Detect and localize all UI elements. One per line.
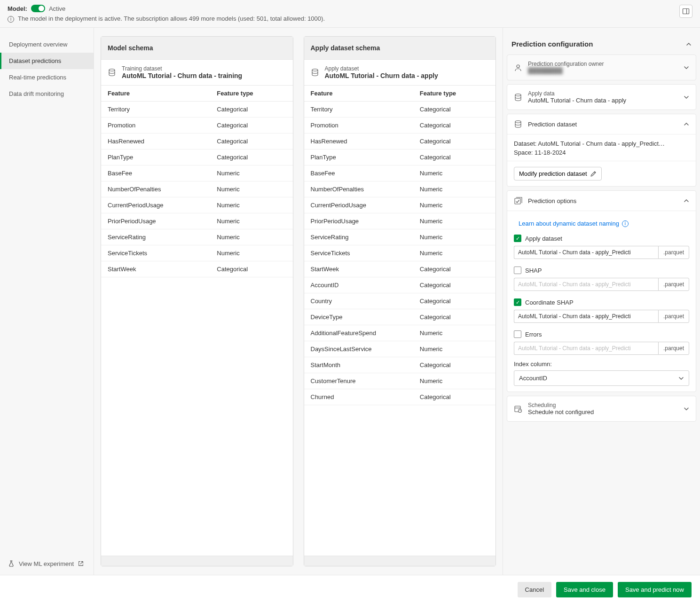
external-link-icon [78, 560, 84, 567]
option-row: SHAP [514, 265, 689, 276]
modify-button-label: Modify prediction dataset [519, 170, 587, 177]
apply-schema-header-feature: Feature [304, 86, 413, 101]
table-row: ServiceTicketsNumeric [101, 245, 293, 261]
chevron-up-icon [684, 198, 689, 204]
option-row: Errors [514, 329, 689, 340]
table-row: PlanTypeCategorical [304, 149, 496, 165]
feature-cell: Territory [304, 102, 413, 117]
calendar-icon [514, 405, 522, 413]
feature-cell: PriorPeriodUsage [101, 213, 210, 229]
sidebar-item-deployment-overview[interactable]: Deployment overview [0, 36, 94, 53]
view-ml-experiment-label: View ML experiment [19, 560, 74, 567]
model-schema-header-type: Feature type [210, 86, 292, 101]
index-column-label: Index column: [514, 361, 689, 368]
feature-cell: Country [304, 293, 413, 309]
option-extension: .parquet [658, 246, 689, 259]
feature-cell: BaseFee [304, 165, 413, 181]
model-label: Model: [8, 5, 27, 12]
type-cell: Numeric [413, 229, 496, 245]
feature-cell: Territory [101, 102, 210, 117]
option-extension: .parquet [658, 310, 689, 323]
option-label: Coordinate SHAP [525, 299, 574, 306]
option-checkbox[interactable] [514, 298, 521, 306]
index-column-select[interactable]: AccountID [514, 370, 689, 386]
type-cell: Numeric [210, 197, 292, 213]
model-info-text: The model in the deployment is active. T… [18, 15, 325, 22]
option-label: Apply dataset [525, 235, 562, 242]
cancel-button[interactable]: Cancel [518, 582, 551, 597]
type-cell: Categorical [413, 102, 496, 117]
option-filename-input [514, 342, 658, 355]
info-icon: i [8, 16, 14, 23]
option-filename-input[interactable] [514, 310, 658, 323]
owner-section[interactable]: Prediction configuration owner ████████ [507, 55, 696, 80]
training-dataset-name: AutoML Tutorial - Churn data - training [122, 72, 242, 79]
type-cell: Numeric [210, 245, 292, 261]
prediction-options-label: Prediction options [528, 197, 678, 204]
type-cell: Categorical [210, 261, 292, 277]
feature-cell: CurrentPeriodUsage [304, 197, 413, 213]
owner-label: Prediction configuration owner [528, 61, 678, 67]
prediction-options-section: Prediction options Learn about dynamic d… [507, 190, 696, 392]
prediction-dataset-header[interactable]: Prediction dataset [507, 114, 696, 134]
sidebar-item-data-drift-monitoring[interactable]: Data drift monitoring [0, 86, 94, 102]
feature-cell: PriorPeriodUsage [304, 213, 413, 229]
option-extension: .parquet [658, 342, 689, 355]
save-and-close-button[interactable]: Save and close [556, 582, 613, 597]
type-cell: Categorical [413, 261, 496, 277]
type-cell: Categorical [413, 293, 496, 309]
model-active-toggle[interactable] [31, 5, 45, 12]
svg-point-4 [517, 65, 519, 68]
space-line: Space: 11-18-2024 [514, 149, 689, 156]
option-filename-input[interactable] [514, 246, 658, 259]
feature-cell: Promotion [304, 118, 413, 133]
scheduling-section[interactable]: Scheduling Schedule not configured [507, 396, 696, 422]
view-ml-experiment-link[interactable]: View ML experiment [0, 552, 94, 575]
svg-point-2 [109, 69, 115, 71]
table-row: ServiceRatingNumeric [304, 229, 496, 245]
table-row: PromotionCategorical [101, 118, 293, 133]
save-and-predict-button[interactable]: Save and predict now [618, 582, 692, 597]
sidebar: Deployment overviewDataset predictionsRe… [0, 28, 94, 575]
feature-cell: AdditionalFeatureSpend [304, 325, 413, 341]
feature-cell: HasRenewed [101, 133, 210, 149]
sidebar-item-dataset-predictions[interactable]: Dataset predictions [0, 53, 94, 69]
type-cell: Numeric [413, 165, 496, 181]
apply-data-section[interactable]: Apply data AutoML Tutorial - Churn data … [507, 84, 696, 110]
prediction-options-header[interactable]: Prediction options [507, 191, 696, 211]
database-icon [514, 120, 522, 128]
learn-link-label: Learn about dynamic dataset naming [519, 220, 619, 227]
feature-cell: DaysSinceLastService [304, 341, 413, 357]
feature-cell: BaseFee [101, 165, 210, 181]
chevron-up-icon[interactable] [686, 41, 692, 47]
table-row: AccountIDCategorical [304, 277, 496, 293]
database-icon [108, 68, 116, 77]
table-row: PlanTypeCategorical [101, 149, 293, 165]
feature-cell: NumberOfPenalties [304, 181, 413, 197]
toggle-panel-button[interactable] [679, 5, 692, 18]
sidebar-item-real-time-predictions[interactable]: Real-time predictions [0, 69, 94, 86]
option-checkbox[interactable] [514, 330, 521, 338]
table-row: ChurnedCategorical [304, 389, 496, 405]
config-title: Prediction configuration [511, 40, 593, 48]
table-row: TerritoryCategorical [304, 102, 496, 118]
feature-cell: CurrentPeriodUsage [101, 197, 210, 213]
svg-point-5 [515, 94, 521, 95]
owner-value: ████████ [528, 67, 678, 74]
apply-schema-title: Apply dataset schema [304, 37, 496, 60]
feature-cell: Promotion [101, 118, 210, 133]
type-cell: Categorical [413, 149, 496, 165]
apply-dataset-label: Apply dataset [325, 65, 438, 72]
learn-link[interactable]: Learn about dynamic dataset naming i [514, 217, 689, 233]
scheduling-value: Schedule not configured [528, 408, 678, 416]
type-cell: Numeric [413, 245, 496, 261]
model-schema-title: Model schema [101, 37, 293, 60]
feature-cell: ServiceTickets [304, 245, 413, 261]
option-checkbox[interactable] [514, 267, 521, 274]
table-row: BaseFeeNumeric [304, 165, 496, 181]
table-row: HasRenewedCategorical [304, 133, 496, 149]
modify-prediction-dataset-button[interactable]: Modify prediction dataset [514, 167, 602, 180]
option-checkbox[interactable] [514, 235, 521, 242]
table-row: CustomerTenureNumeric [304, 373, 496, 389]
database-icon [311, 68, 319, 77]
